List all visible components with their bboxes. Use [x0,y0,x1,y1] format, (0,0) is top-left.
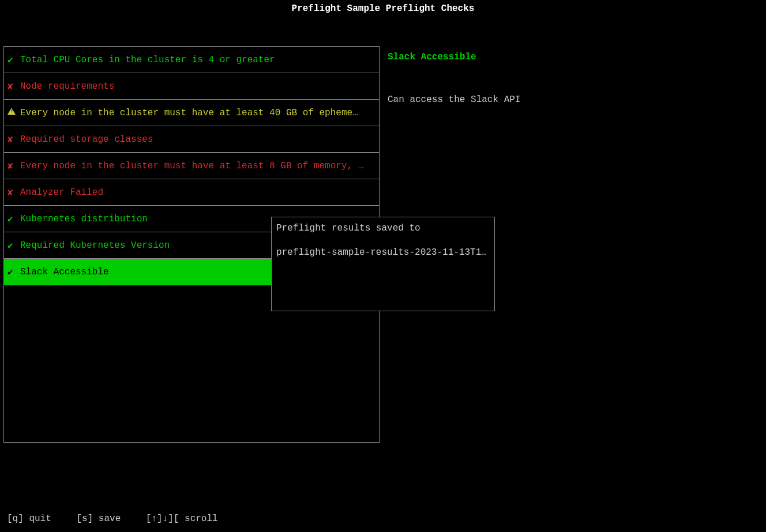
page-title: Preflight Sample Preflight Checks [0,0,766,17]
check-label: Analyzer Failed [20,187,103,198]
check-pass-icon: ✔ [7,240,20,251]
check-row[interactable]: ✘ Every node in the cluster must have at… [4,153,379,179]
check-fail-icon: ✘ [7,81,20,92]
key-scroll: [↑]↓][ scroll [146,514,218,524]
check-pass-icon: ✔ [7,54,20,66]
check-label: Total CPU Cores in the cluster is 4 or g… [20,55,275,65]
check-fail-icon: ✘ [7,187,20,198]
results-saved-popup: Preflight results saved to preflight-sam… [271,217,495,311]
popup-message: Preflight results saved to [276,223,490,233]
detail-pane: Slack Accessible Can access the Slack AP… [388,52,757,105]
detail-title: Slack Accessible [388,52,757,62]
check-label: Every node in the cluster must have at l… [20,161,363,171]
check-row[interactable]: ✘ Node requirements [4,73,379,100]
footer-keybindings: [q] quit [s] save [↑]↓][ scroll [7,514,238,524]
check-label: Kubernetes distribution [20,214,148,224]
check-label: Every node in the cluster must have at l… [20,108,358,118]
check-fail-icon: ✘ [7,134,20,145]
detail-body: Can access the Slack API [388,95,757,105]
check-label: Required Kubernetes Version [20,240,170,251]
key-save: [s] save [76,514,121,524]
check-fail-icon: ✘ [7,160,20,172]
check-label: Slack Accessible [20,267,109,277]
check-pass-icon: ✔ [7,266,20,278]
check-row[interactable]: ✘ Required storage classes [4,126,379,153]
check-pass-icon: ✔ [7,213,20,225]
check-row[interactable]: ✔ Total CPU Cores in the cluster is 4 or… [4,47,379,73]
popup-filename: preflight-sample-results-2023-11-13T1… [276,247,490,258]
check-row[interactable]: ✘ Analyzer Failed [4,179,379,206]
key-quit: [q] quit [7,514,51,524]
check-label: Required storage classes [20,134,153,145]
check-warn-icon [7,108,20,118]
check-label: Node requirements [20,81,114,92]
check-row[interactable]: Every node in the cluster must have at l… [4,100,379,126]
